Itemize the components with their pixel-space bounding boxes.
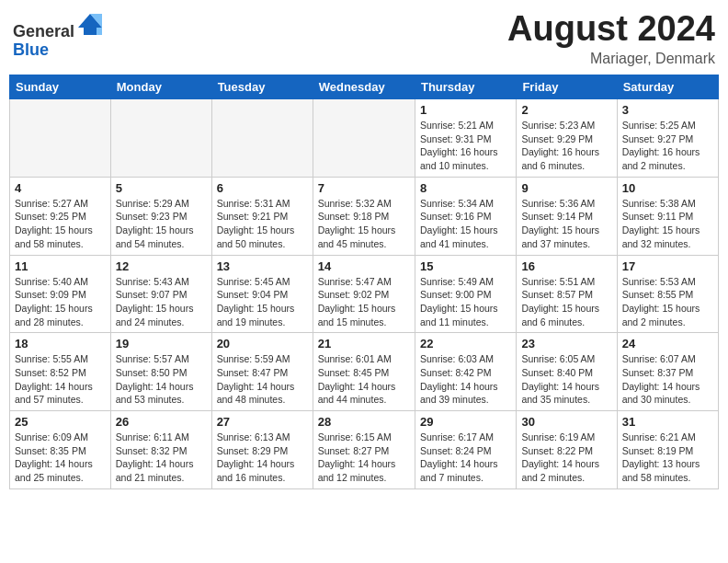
calendar-table: SundayMondayTuesdayWednesdayThursdayFrid… [9, 75, 719, 489]
calendar-cell [313, 99, 415, 178]
day-info: Sunrise: 6:05 AMSunset: 8:40 PMDaylight:… [521, 352, 611, 407]
calendar-cell [10, 99, 111, 178]
day-number: 31 [622, 415, 713, 429]
calendar-header-row: SundayMondayTuesdayWednesdayThursdayFrid… [10, 75, 719, 99]
calendar-cell: 18Sunrise: 5:55 AMSunset: 8:52 PMDayligh… [10, 333, 111, 411]
calendar-cell [211, 99, 313, 178]
day-info: Sunrise: 5:49 AMSunset: 9:00 PMDaylight:… [420, 275, 511, 329]
day-number: 22 [420, 337, 511, 350]
day-number: 28 [318, 415, 410, 429]
day-number: 23 [521, 337, 611, 350]
day-info: Sunrise: 5:57 AMSunset: 8:50 PMDaylight:… [116, 352, 207, 407]
calendar-cell: 19Sunrise: 5:57 AMSunset: 8:50 PMDayligh… [110, 333, 211, 411]
day-number: 6 [217, 181, 308, 195]
day-number: 10 [622, 181, 713, 195]
calendar-cell: 30Sunrise: 6:19 AMSunset: 8:22 PMDayligh… [517, 411, 617, 489]
calendar-week-2: 4Sunrise: 5:27 AMSunset: 9:25 PMDaylight… [10, 177, 719, 255]
day-number: 16 [521, 259, 611, 273]
day-info: Sunrise: 6:01 AMSunset: 8:45 PMDaylight:… [318, 352, 410, 407]
day-info: Sunrise: 5:32 AMSunset: 9:18 PMDaylight:… [318, 197, 410, 251]
day-info: Sunrise: 5:36 AMSunset: 9:14 PMDaylight:… [521, 197, 611, 251]
day-info: Sunrise: 5:45 AMSunset: 9:04 PMDaylight:… [217, 275, 308, 329]
calendar-cell: 6Sunrise: 5:31 AMSunset: 9:21 PMDaylight… [211, 177, 313, 255]
calendar-cell: 11Sunrise: 5:40 AMSunset: 9:09 PMDayligh… [10, 255, 111, 333]
calendar-cell: 27Sunrise: 6:13 AMSunset: 8:29 PMDayligh… [211, 411, 313, 489]
calendar-cell: 1Sunrise: 5:21 AMSunset: 9:31 PMDaylight… [415, 99, 516, 178]
column-header-monday: Monday [110, 75, 211, 99]
calendar-cell: 17Sunrise: 5:53 AMSunset: 8:55 PMDayligh… [617, 255, 718, 333]
day-number: 3 [622, 103, 713, 117]
calendar-cell: 21Sunrise: 6:01 AMSunset: 8:45 PMDayligh… [313, 333, 415, 411]
day-info: Sunrise: 6:07 AMSunset: 8:37 PMDaylight:… [622, 352, 713, 407]
calendar-cell: 22Sunrise: 6:03 AMSunset: 8:42 PMDayligh… [415, 333, 516, 411]
page-location: Mariager, Denmark [507, 51, 715, 67]
calendar-cell: 31Sunrise: 6:21 AMSunset: 8:19 PMDayligh… [617, 411, 718, 489]
calendar-cell: 9Sunrise: 5:36 AMSunset: 9:14 PMDaylight… [517, 177, 617, 255]
calendar-cell: 29Sunrise: 6:17 AMSunset: 8:24 PMDayligh… [415, 411, 516, 489]
day-info: Sunrise: 5:51 AMSunset: 8:57 PMDaylight:… [521, 275, 611, 329]
column-header-saturday: Saturday [617, 75, 718, 99]
day-info: Sunrise: 5:53 AMSunset: 8:55 PMDaylight:… [622, 275, 713, 329]
day-info: Sunrise: 5:59 AMSunset: 8:47 PMDaylight:… [217, 352, 308, 407]
day-number: 9 [521, 181, 611, 195]
calendar-week-5: 25Sunrise: 6:09 AMSunset: 8:35 PMDayligh… [10, 411, 719, 489]
day-number: 12 [116, 259, 207, 273]
day-number: 30 [521, 415, 611, 429]
day-info: Sunrise: 5:43 AMSunset: 9:07 PMDaylight:… [116, 275, 207, 329]
day-number: 2 [521, 103, 611, 117]
day-number: 19 [116, 337, 207, 350]
day-info: Sunrise: 5:38 AMSunset: 9:11 PMDaylight:… [622, 197, 713, 251]
calendar-cell: 10Sunrise: 5:38 AMSunset: 9:11 PMDayligh… [617, 177, 718, 255]
day-info: Sunrise: 6:09 AMSunset: 8:35 PMDaylight:… [15, 431, 106, 485]
column-header-tuesday: Tuesday [211, 75, 313, 99]
day-info: Sunrise: 6:11 AMSunset: 8:32 PMDaylight:… [116, 431, 207, 485]
day-info: Sunrise: 6:21 AMSunset: 8:19 PMDaylight:… [622, 431, 713, 485]
calendar-cell: 7Sunrise: 5:32 AMSunset: 9:18 PMDaylight… [313, 177, 415, 255]
day-info: Sunrise: 5:25 AMSunset: 9:27 PMDaylight:… [622, 119, 713, 173]
calendar-cell: 8Sunrise: 5:34 AMSunset: 9:16 PMDaylight… [415, 177, 516, 255]
calendar-cell: 28Sunrise: 6:15 AMSunset: 8:27 PMDayligh… [313, 411, 415, 489]
day-info: Sunrise: 5:27 AMSunset: 9:25 PMDaylight:… [15, 197, 106, 251]
calendar-cell: 15Sunrise: 5:49 AMSunset: 9:00 PMDayligh… [415, 255, 516, 333]
day-info: Sunrise: 6:19 AMSunset: 8:22 PMDaylight:… [521, 431, 611, 485]
calendar-cell [110, 99, 211, 178]
day-number: 20 [217, 337, 308, 350]
day-number: 4 [15, 181, 106, 195]
day-info: Sunrise: 5:40 AMSunset: 9:09 PMDaylight:… [15, 275, 106, 329]
calendar-cell: 5Sunrise: 5:29 AMSunset: 9:23 PMDaylight… [110, 177, 211, 255]
calendar-cell: 25Sunrise: 6:09 AMSunset: 8:35 PMDayligh… [10, 411, 111, 489]
day-info: Sunrise: 5:31 AMSunset: 9:21 PMDaylight:… [217, 197, 308, 251]
calendar-cell: 20Sunrise: 5:59 AMSunset: 8:47 PMDayligh… [211, 333, 313, 411]
page-title: August 2024 [507, 9, 715, 49]
day-number: 27 [217, 415, 308, 429]
day-number: 18 [15, 337, 106, 350]
calendar-cell: 26Sunrise: 6:11 AMSunset: 8:32 PMDayligh… [110, 411, 211, 489]
calendar-cell: 3Sunrise: 5:25 AMSunset: 9:27 PMDaylight… [617, 99, 718, 178]
day-number: 5 [116, 181, 207, 195]
day-number: 26 [116, 415, 207, 429]
page-header: General Blue August 2024 Mariager, Denma… [9, 9, 719, 67]
column-header-thursday: Thursday [415, 75, 516, 99]
day-number: 7 [318, 181, 410, 195]
calendar-cell: 16Sunrise: 5:51 AMSunset: 8:57 PMDayligh… [517, 255, 617, 333]
logo-icon [76, 9, 104, 37]
day-number: 15 [420, 259, 511, 273]
day-number: 21 [318, 337, 410, 350]
day-number: 13 [217, 259, 308, 273]
column-header-wednesday: Wednesday [313, 75, 415, 99]
day-number: 25 [15, 415, 106, 429]
calendar-cell: 13Sunrise: 5:45 AMSunset: 9:04 PMDayligh… [211, 255, 313, 333]
logo: General Blue [13, 9, 104, 60]
day-number: 24 [622, 337, 713, 350]
day-info: Sunrise: 5:55 AMSunset: 8:52 PMDaylight:… [15, 352, 106, 407]
day-info: Sunrise: 6:03 AMSunset: 8:42 PMDaylight:… [420, 352, 511, 407]
day-info: Sunrise: 5:23 AMSunset: 9:29 PMDaylight:… [521, 119, 611, 173]
calendar-cell: 23Sunrise: 6:05 AMSunset: 8:40 PMDayligh… [517, 333, 617, 411]
day-number: 29 [420, 415, 511, 429]
logo-general-text: General [13, 22, 74, 40]
calendar-cell: 24Sunrise: 6:07 AMSunset: 8:37 PMDayligh… [617, 333, 718, 411]
calendar-week-3: 11Sunrise: 5:40 AMSunset: 9:09 PMDayligh… [10, 255, 719, 333]
day-number: 1 [420, 103, 511, 117]
calendar-cell: 12Sunrise: 5:43 AMSunset: 9:07 PMDayligh… [110, 255, 211, 333]
day-info: Sunrise: 5:29 AMSunset: 9:23 PMDaylight:… [116, 197, 207, 251]
